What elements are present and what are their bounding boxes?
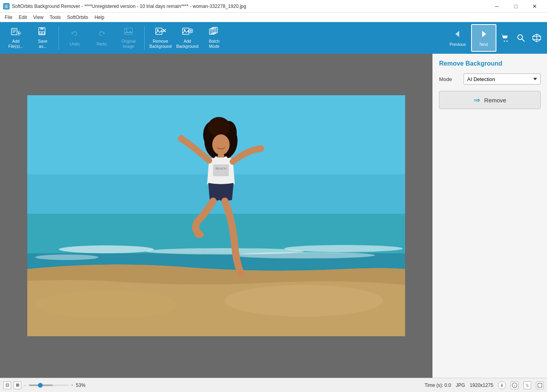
nav-group: Previous Next [445, 24, 496, 52]
window-title: SoftOrbits Background Remover - ****Unre… [12, 4, 246, 9]
redo-label: Redo [96, 41, 106, 47]
separator-2 [144, 26, 145, 50]
remove-background-button[interactable]: RemoveBackground [148, 24, 173, 52]
right-panel: Remove Background Mode AI Detection Manu… [432, 54, 547, 378]
batch-mode-label: BatchMode [209, 39, 220, 49]
image-display: BEACH [27, 95, 405, 336]
beach-scene-svg: BEACH [27, 95, 405, 336]
previous-label: Previous [450, 42, 466, 47]
menu-view[interactable]: View [30, 14, 47, 21]
toolbar: AddFile(s)... Saveas... Undo [0, 22, 547, 54]
menu-help[interactable]: Help [91, 14, 108, 21]
share-icon-button[interactable]: f [511, 381, 519, 389]
svg-rect-14 [124, 28, 132, 34]
svg-point-32 [518, 35, 522, 40]
svg-point-61 [194, 232, 204, 238]
remove-background-icon [155, 27, 166, 37]
svg-line-33 [522, 39, 524, 41]
svg-point-47 [225, 285, 383, 317]
add-background-button[interactable]: AddBackground [175, 24, 200, 52]
panel-title: Remove Background [439, 60, 541, 67]
undo-button[interactable]: Undo [62, 24, 87, 52]
status-right: Time (s): 0.0 JPG 1920x1275 i f 𝕏 [424, 381, 544, 389]
menu-softorbits[interactable]: SoftOrbits [64, 14, 91, 21]
zoom-level: 53% [76, 383, 90, 388]
next-button[interactable]: Next [471, 24, 496, 52]
search-icon-button[interactable] [514, 31, 528, 45]
box-icon-button[interactable] [536, 381, 544, 389]
twitter-icon-button[interactable]: 𝕏 [523, 381, 531, 389]
svg-rect-66 [538, 383, 542, 387]
save-as-icon [38, 27, 48, 37]
svg-text:S: S [5, 5, 8, 9]
svg-text:BEACH: BEACH [215, 167, 226, 170]
svg-point-48 [35, 291, 177, 318]
svg-point-42 [59, 245, 154, 253]
close-button[interactable]: ✕ [526, 0, 544, 13]
svg-point-15 [126, 29, 127, 30]
original-image-button[interactable]: OriginalImage [116, 24, 141, 52]
title-bar: S SoftOrbits Background Remover - ****Un… [0, 0, 547, 13]
app-icon: S [3, 3, 9, 9]
next-label: Next [479, 42, 488, 47]
svg-rect-56 [224, 156, 227, 164]
redo-button[interactable]: Redo [89, 24, 114, 52]
svg-point-62 [238, 271, 245, 277]
add-background-icon [182, 27, 193, 37]
batch-mode-icon [209, 27, 220, 37]
cube-icon-button[interactable] [530, 31, 544, 45]
previous-icon [452, 29, 463, 40]
zoom-slider[interactable] [29, 384, 68, 386]
svg-rect-2 [11, 28, 17, 35]
save-as-label: Saveas... [38, 39, 47, 49]
add-files-button[interactable]: AddFile(s)... [3, 24, 28, 52]
minimize-button[interactable]: ─ [488, 0, 506, 13]
svg-rect-10 [40, 28, 43, 30]
menu-edit[interactable]: Edit [15, 14, 30, 21]
info-button[interactable]: i [498, 381, 506, 389]
time-label: Time (s): 0.0 [424, 383, 451, 388]
format-label: JPG [456, 383, 465, 388]
menu-tools[interactable]: Tools [47, 14, 64, 21]
svg-text:f: f [514, 384, 515, 387]
remove-background-label: RemoveBackground [149, 39, 172, 49]
add-background-label: AddBackground [176, 39, 198, 49]
maximize-button[interactable]: □ [507, 0, 525, 13]
zoom-frame-button[interactable]: ⊞ [13, 381, 21, 389]
remove-button-label: Remove [484, 97, 506, 104]
original-image-label: OriginalImage [121, 39, 136, 49]
previous-button[interactable]: Previous [445, 24, 470, 52]
status-bar: ⊡ ⊞ − + 53% Time (s): 0.0 JPG 1920x1275 … [0, 378, 547, 392]
dimensions-label: 1920x1275 [470, 383, 493, 388]
zoom-plus: + [71, 383, 74, 388]
cart-icon-button[interactable] [498, 31, 512, 45]
svg-point-31 [507, 41, 508, 42]
status-left: ⊡ ⊞ − + 53% [3, 381, 90, 389]
svg-point-46 [233, 252, 375, 258]
main-content: BEACH [0, 54, 547, 378]
add-files-icon [11, 27, 21, 37]
svg-marker-28 [455, 31, 459, 37]
save-as-button[interactable]: Saveas... [30, 24, 55, 52]
zoom-fit-button[interactable]: ⊡ [3, 381, 11, 389]
undo-label: Undo [70, 41, 79, 47]
original-image-icon [123, 27, 134, 37]
next-icon [478, 29, 489, 40]
svg-point-30 [504, 41, 505, 42]
mode-select[interactable]: AI Detection Manual Color [464, 74, 541, 85]
redo-icon [97, 30, 106, 40]
menu-file[interactable]: File [2, 14, 15, 21]
svg-point-60 [257, 145, 264, 152]
remove-arrow-icon: ⇒ [473, 95, 480, 105]
remove-button[interactable]: ⇒ Remove [439, 91, 541, 109]
toolbar-right [498, 31, 544, 45]
zoom-minus: − [24, 383, 26, 388]
mode-label: Mode [439, 76, 459, 82]
svg-point-45 [35, 254, 98, 260]
add-files-label: AddFile(s)... [8, 39, 23, 49]
canvas-area: BEACH [0, 54, 432, 378]
batch-mode-button[interactable]: BatchMode [202, 24, 227, 52]
svg-rect-55 [215, 156, 218, 164]
undo-icon [70, 30, 79, 40]
svg-text:𝕏: 𝕏 [526, 383, 529, 388]
